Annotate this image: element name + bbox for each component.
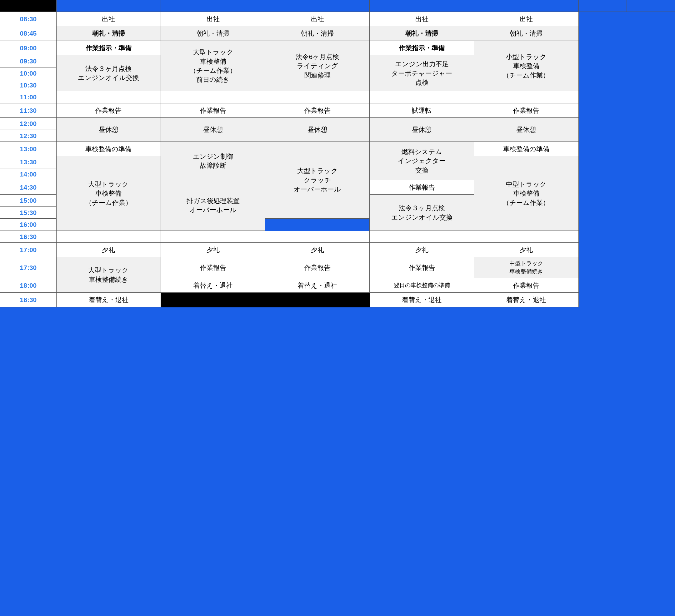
thu-cell: 法令３ヶ月点検エンジンオイル交換: [370, 195, 474, 231]
fri-cell: 出社: [474, 12, 579, 26]
thu-cell: [370, 91, 474, 103]
extra-cell: [579, 231, 626, 242]
extra-cell: [579, 156, 626, 168]
extra-cell: [579, 293, 626, 307]
mon-header: [56, 0, 161, 12]
wed-cell: 夕礼: [265, 243, 370, 257]
mon-cell: 夕礼: [56, 243, 161, 257]
mon-cell: [56, 91, 161, 103]
time-cell: 11:00: [0, 91, 57, 103]
wed-cell: 作業報告: [265, 257, 370, 278]
mon-cell: 法令３ヶ月点検エンジンオイル交換: [56, 55, 161, 91]
extra2-header: [626, 0, 675, 12]
tue-cell: 大型トラック車検整備（チーム作業）前日の続き: [161, 40, 265, 91]
extra-cell: [579, 257, 626, 278]
fri-header: [474, 0, 579, 12]
extra-cell: [579, 180, 626, 195]
extra-cell: [579, 91, 626, 103]
extra1-header: [579, 0, 626, 12]
wed-cell: 法令6ヶ月点検ライティング関連修理: [265, 40, 370, 91]
mon-cell: 車検整備の準備: [56, 142, 161, 156]
mon-cell: 昼休憩: [56, 118, 161, 142]
time-cell: 08:30: [0, 12, 57, 26]
wed-header: [265, 0, 370, 12]
time-cell: 11:30: [0, 103, 57, 117]
mon-cell: 朝礼・清掃: [56, 26, 161, 40]
extra-cell: [579, 118, 626, 129]
time-cell: 17:30: [0, 257, 57, 278]
fri-cell: [474, 231, 579, 242]
wed-cell: [265, 293, 370, 307]
mon-cell: 出社: [56, 12, 161, 26]
thu-cell: [370, 231, 474, 242]
thu-cell: エンジン出力不足ターボチャージャー点検: [370, 55, 474, 91]
tue-cell: 夕礼: [161, 243, 265, 257]
extra-cell: [626, 257, 675, 278]
extra-cell: [626, 180, 675, 195]
tue-cell: [161, 293, 265, 307]
mon-cell: 大型トラック車検整備続き: [56, 257, 161, 293]
schedule-container: 08:30出社出社出社出社出社08:45朝礼・清掃朝礼・清掃朝礼・清掃朝礼・清掃…: [0, 0, 675, 307]
extra-cell: [579, 243, 626, 257]
fri-cell: 夕礼: [474, 243, 579, 257]
header-row: [0, 0, 675, 12]
extra-cell: [626, 293, 675, 307]
schedule-row: 17:00夕礼夕礼夕礼夕礼夕礼: [0, 243, 675, 257]
time-cell: 13:30: [0, 156, 57, 168]
extra-cell: [579, 67, 626, 79]
mon-cell: 着替え・退社: [56, 293, 161, 307]
schedule-row: 12:00昼休憩昼休憩昼休憩昼休憩昼休憩: [0, 118, 675, 129]
fri-cell: 中型トラック車検整備続き: [474, 257, 579, 278]
mon-cell: 大型トラック車検整備（チーム作業）: [56, 156, 161, 231]
extra-cell: [579, 103, 626, 117]
extra-cell: [626, 243, 675, 257]
time-cell: 10:30: [0, 79, 57, 91]
extra-cell: [626, 278, 675, 292]
thu-cell: 翌日の車検整備の準備: [370, 278, 474, 292]
tue-cell: 昼休憩: [161, 118, 265, 142]
thu-cell: 朝礼・清掃: [370, 26, 474, 40]
extra-cell: [626, 118, 675, 129]
time-cell: 12:30: [0, 129, 57, 142]
fri-cell: 車検整備の準備: [474, 142, 579, 156]
time-cell: 15:00: [0, 195, 57, 206]
thu-cell: 作業報告: [370, 257, 474, 278]
tue-cell: [161, 231, 265, 242]
extra-cell: [626, 91, 675, 103]
extra-cell: [626, 55, 675, 67]
schedule-row: 09:00作業指示・準備大型トラック車検整備（チーム作業）前日の続き法令6ヶ月点…: [0, 40, 675, 55]
wed-cell: 朝礼・清掃: [265, 26, 370, 40]
schedule-row: 18:30着替え・退社着替え・退社着替え・退社: [0, 293, 675, 307]
fri-cell: 昼休憩: [474, 118, 579, 142]
schedule-table: 08:30出社出社出社出社出社08:45朝礼・清掃朝礼・清掃朝礼・清掃朝礼・清掃…: [0, 0, 675, 307]
extra-cell: [626, 26, 675, 40]
schedule-row: 17:30大型トラック車検整備続き作業報告作業報告作業報告中型トラック車検整備続…: [0, 257, 675, 278]
extra-cell: [626, 79, 675, 91]
thu-cell: 燃料システムインジェクター交換: [370, 142, 474, 180]
thu-cell: 試運転: [370, 103, 474, 117]
thu-header: [370, 0, 474, 12]
mon-cell: [56, 231, 161, 242]
time-cell: 14:00: [0, 168, 57, 180]
fri-cell: 作業報告: [474, 103, 579, 117]
time-cell: 15:30: [0, 206, 57, 218]
thu-cell: 着替え・退社: [370, 293, 474, 307]
extra-cell: [579, 168, 626, 180]
extra-cell: [626, 195, 675, 206]
fri-cell: 中型トラック車検整備（チーム作業）: [474, 156, 579, 231]
schedule-row: 11:30作業報告作業報告作業報告試運転作業報告: [0, 103, 675, 117]
fri-cell: 小型トラック車検整備（チーム作業）: [474, 40, 579, 91]
extra-cell: [626, 156, 675, 168]
schedule-row: 13:00車検整備の準備エンジン制御故障診断大型トラッククラッチオーバーホール燃…: [0, 142, 675, 156]
extra-cell: [626, 12, 675, 26]
tue-cell: 排ガス後処理装置オーバーホール: [161, 180, 265, 231]
extra-cell: [626, 129, 675, 142]
mon-cell: 作業報告: [56, 103, 161, 117]
extra-cell: [579, 40, 626, 55]
time-cell: 18:30: [0, 293, 57, 307]
extra-cell: [579, 195, 626, 206]
time-cell: 12:00: [0, 118, 57, 129]
fri-cell: [474, 91, 579, 103]
extra-cell: [579, 278, 626, 292]
time-cell: 18:00: [0, 278, 57, 292]
